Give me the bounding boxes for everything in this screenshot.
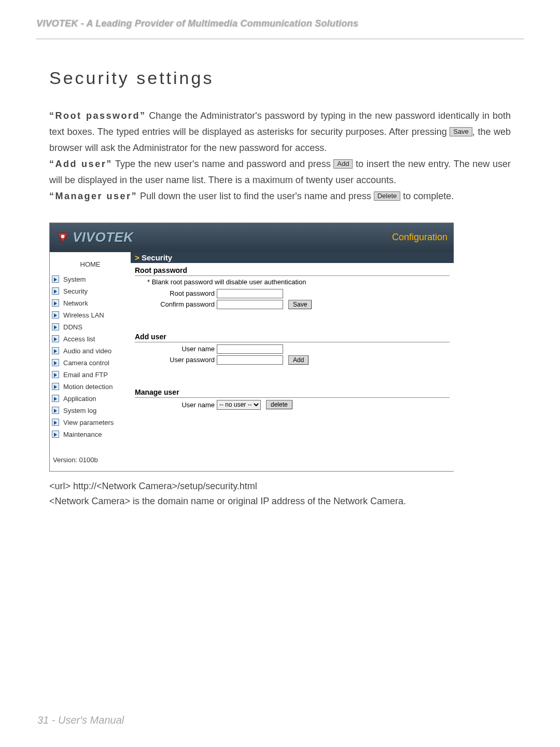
root-password-note: * Blank root password will disable user … bbox=[147, 278, 450, 286]
inline-add-button: Add bbox=[333, 159, 353, 169]
arrow-icon bbox=[52, 395, 59, 402]
sidebar-item-label: Maintenance bbox=[63, 431, 102, 438]
page-header-tagline: VIVOTEK - A Leading Provider of Multimed… bbox=[36, 18, 524, 38]
logo-icon bbox=[56, 231, 69, 244]
add-userpassword-input[interactable] bbox=[217, 355, 283, 365]
sidebar-item-audio-video[interactable]: Audio and video bbox=[50, 345, 131, 357]
manage-user-section: Manage user User name -- no user -- dele… bbox=[131, 385, 454, 426]
logo: VIVOTEK bbox=[56, 229, 134, 245]
url-info: <url> http://<Network Camera>/setup/secu… bbox=[49, 479, 511, 509]
term-manager-user: “Manager user” bbox=[49, 191, 137, 201]
text: Type the new user's name and password an… bbox=[113, 159, 334, 169]
confirm-password-label: Confirm password bbox=[135, 300, 217, 308]
sidebar-item-label: Access list bbox=[63, 335, 95, 343]
arrow-icon bbox=[52, 407, 59, 414]
paragraph-add-user: “Add user” Type the new user's name and … bbox=[49, 156, 511, 188]
sidebar-item-label: Camera control bbox=[63, 359, 109, 367]
sidebar-item-label: Motion detection bbox=[63, 383, 113, 391]
sidebar-item-label: DDNS bbox=[63, 323, 82, 331]
section-heading: Manage user bbox=[135, 388, 450, 398]
breadcrumb: > Security bbox=[131, 252, 454, 263]
sidebar-item-view-parameters[interactable]: View parameters bbox=[50, 417, 131, 428]
arrow-icon bbox=[52, 383, 59, 390]
logo-text: VIVOTEK bbox=[73, 229, 134, 245]
sidebar-item-label: Security bbox=[63, 287, 88, 295]
main-pane: > Security Root password * Blank root pa… bbox=[131, 252, 454, 471]
sidebar-item-system[interactable]: System bbox=[50, 273, 131, 285]
sidebar-item-label: System log bbox=[63, 407, 96, 414]
arrow-icon bbox=[52, 347, 59, 354]
add-username-input[interactable] bbox=[217, 344, 283, 354]
arrow-icon bbox=[52, 419, 59, 426]
term-add-user: “Add user” bbox=[49, 159, 113, 169]
arrow-icon bbox=[52, 359, 59, 366]
add-username-label: User name bbox=[135, 345, 217, 353]
arrow-icon bbox=[52, 323, 59, 330]
add-user-section: Add user User name User password Add bbox=[131, 329, 454, 369]
root-password-section: Root password * Blank root password will… bbox=[131, 263, 454, 314]
arrow-icon bbox=[52, 299, 59, 307]
manage-username-select[interactable]: -- no user -- bbox=[217, 400, 261, 410]
ui-header: VIVOTEK Configuration bbox=[50, 223, 454, 252]
sidebar-item-label: System bbox=[63, 275, 86, 283]
delete-button[interactable]: delete bbox=[266, 400, 292, 409]
paragraph-root-password: “Root password” Change the Administrator… bbox=[49, 108, 511, 156]
inline-save-button: Save bbox=[450, 127, 472, 136]
arrow-icon bbox=[52, 335, 59, 342]
sidebar-item-access-list[interactable]: Access list bbox=[50, 333, 131, 345]
term-root-password: “Root password” bbox=[49, 110, 146, 121]
url-line-1: <url> http://<Network Camera>/setup/secu… bbox=[49, 479, 511, 494]
text: Pull down the user list to find the user… bbox=[137, 191, 374, 201]
sidebar-item-system-log[interactable]: System log bbox=[50, 405, 131, 417]
embedded-config-ui: VIVOTEK Configuration HOME System Securi… bbox=[49, 223, 454, 472]
inline-delete-button: Delete bbox=[374, 191, 401, 201]
arrow-icon bbox=[52, 431, 59, 438]
add-userpassword-label: User password bbox=[135, 356, 217, 364]
sidebar-item-security[interactable]: Security bbox=[50, 285, 131, 297]
arrow-icon bbox=[52, 275, 59, 283]
sidebar-item-label: Audio and video bbox=[63, 347, 111, 355]
root-password-label: Root password bbox=[135, 289, 217, 297]
sidebar-item-ddns[interactable]: DDNS bbox=[50, 321, 131, 333]
version-label: Version: 0100b bbox=[50, 440, 131, 464]
arrow-icon bbox=[52, 287, 59, 295]
confirm-password-input[interactable] bbox=[217, 300, 283, 309]
arrow-icon bbox=[52, 311, 59, 319]
section-heading: Root password bbox=[135, 266, 450, 276]
page-title: Security settings bbox=[49, 68, 511, 88]
sidebar-item-label: Network bbox=[63, 299, 88, 307]
sidebar-item-maintenance[interactable]: Maintenance bbox=[50, 428, 131, 440]
sidebar-item-camera-control[interactable]: Camera control bbox=[50, 357, 131, 369]
add-button[interactable]: Add bbox=[288, 355, 309, 365]
page-footer: 31 - User's Manual bbox=[37, 714, 124, 726]
configuration-link[interactable]: Configuration bbox=[392, 232, 447, 243]
root-password-input[interactable] bbox=[217, 289, 283, 298]
arrow-icon bbox=[52, 371, 59, 378]
sidebar-item-wireless-lan[interactable]: Wireless LAN bbox=[50, 309, 131, 321]
svg-point-0 bbox=[61, 234, 65, 238]
sidebar-item-network[interactable]: Network bbox=[50, 297, 131, 309]
sidebar: HOME System Security Network Wireless LA… bbox=[50, 252, 131, 471]
section-heading: Add user bbox=[135, 333, 450, 342]
sidebar-home[interactable]: HOME bbox=[50, 255, 131, 273]
breadcrumb-label: Security bbox=[142, 253, 172, 262]
header-rule bbox=[36, 38, 524, 39]
sidebar-item-label: Application bbox=[63, 395, 96, 403]
sidebar-item-label: Wireless LAN bbox=[63, 311, 104, 319]
paragraph-manager-user: “Manager user” Pull down the user list t… bbox=[49, 188, 511, 204]
sidebar-item-label: Email and FTP bbox=[63, 371, 108, 379]
manage-username-label: User name bbox=[135, 401, 217, 409]
url-line-2: <Network Camera> is the domain name or o… bbox=[49, 494, 511, 509]
save-button[interactable]: Save bbox=[288, 300, 312, 309]
sidebar-item-application[interactable]: Application bbox=[50, 393, 131, 405]
sidebar-item-email-ftp[interactable]: Email and FTP bbox=[50, 369, 131, 381]
text: to complete. bbox=[400, 191, 454, 201]
sidebar-item-motion-detection[interactable]: Motion detection bbox=[50, 381, 131, 393]
sidebar-item-label: View parameters bbox=[63, 419, 114, 426]
